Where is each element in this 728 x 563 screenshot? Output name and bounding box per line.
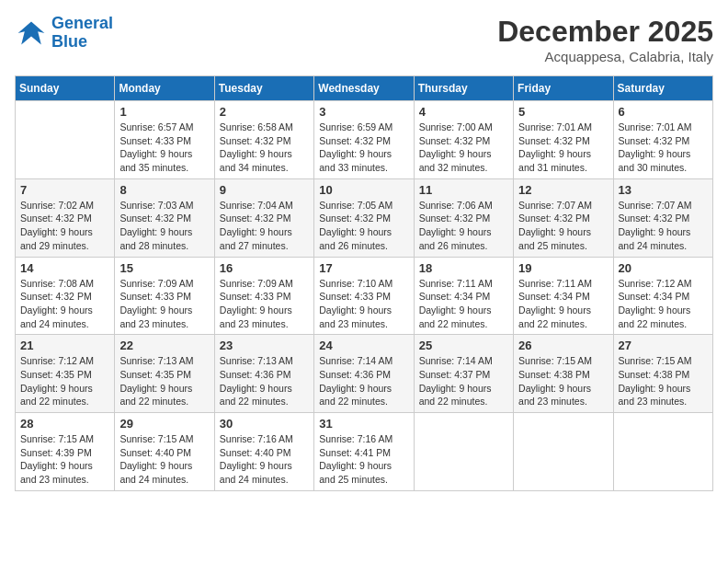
- calendar-cell: 25Sunrise: 7:14 AM Sunset: 4:37 PM Dayli…: [414, 335, 513, 413]
- location-subtitle: Acquappesa, Calabria, Italy: [497, 49, 713, 64]
- calendar-cell: [514, 413, 613, 491]
- day-number: 21: [20, 339, 109, 352]
- calendar-cell: 23Sunrise: 7:13 AM Sunset: 4:36 PM Dayli…: [214, 335, 313, 413]
- calendar-cell: 3Sunrise: 6:59 AM Sunset: 4:32 PM Daylig…: [314, 101, 414, 179]
- day-number: 3: [319, 105, 408, 119]
- day-info: Sunrise: 7:07 AM Sunset: 4:32 PM Dayligh…: [518, 199, 608, 253]
- day-number: 6: [619, 105, 708, 119]
- calendar-cell: 22Sunrise: 7:13 AM Sunset: 4:35 PM Dayli…: [115, 335, 214, 413]
- day-number: 11: [419, 183, 508, 197]
- day-info: Sunrise: 7:01 AM Sunset: 4:32 PM Dayligh…: [518, 121, 608, 175]
- day-number: 4: [419, 105, 508, 119]
- calendar-cell: 19Sunrise: 7:11 AM Sunset: 4:34 PM Dayli…: [514, 257, 613, 335]
- day-info: Sunrise: 7:09 AM Sunset: 4:33 PM Dayligh…: [119, 277, 209, 331]
- weekday-header-tuesday: Tuesday: [214, 76, 313, 101]
- calendar-cell: 9Sunrise: 7:04 AM Sunset: 4:32 PM Daylig…: [214, 178, 313, 257]
- day-number: 12: [518, 183, 608, 197]
- calendar-cell: 15Sunrise: 7:09 AM Sunset: 4:33 PM Dayli…: [115, 257, 214, 335]
- page-header: General Blue December 2025 Acquappesa, C…: [15, 15, 713, 64]
- calendar-cell: 21Sunrise: 7:12 AM Sunset: 4:35 PM Dayli…: [16, 335, 115, 413]
- day-info: Sunrise: 7:06 AM Sunset: 4:32 PM Dayligh…: [419, 199, 508, 253]
- calendar-table: SundayMondayTuesdayWednesdayThursdayFrid…: [15, 75, 713, 491]
- day-info: Sunrise: 7:11 AM Sunset: 4:34 PM Dayligh…: [419, 277, 508, 331]
- day-info: Sunrise: 7:13 AM Sunset: 4:35 PM Dayligh…: [119, 354, 209, 408]
- weekday-header-thursday: Thursday: [414, 76, 513, 101]
- calendar-cell: 14Sunrise: 7:08 AM Sunset: 4:32 PM Dayli…: [16, 257, 115, 335]
- calendar-cell: [414, 413, 513, 491]
- day-number: 1: [119, 105, 209, 119]
- weekday-header-friday: Friday: [514, 76, 613, 101]
- calendar-cell: 17Sunrise: 7:10 AM Sunset: 4:33 PM Dayli…: [314, 257, 414, 335]
- day-info: Sunrise: 7:16 AM Sunset: 4:40 PM Dayligh…: [220, 432, 309, 487]
- day-info: Sunrise: 7:11 AM Sunset: 4:34 PM Dayligh…: [518, 277, 608, 331]
- day-number: 15: [119, 261, 209, 275]
- day-info: Sunrise: 7:02 AM Sunset: 4:32 PM Dayligh…: [20, 199, 109, 253]
- logo: General Blue: [15, 15, 113, 52]
- title-block: December 2025 Acquappesa, Calabria, Ital…: [497, 15, 713, 64]
- day-number: 8: [119, 183, 209, 197]
- weekday-header-sunday: Sunday: [16, 76, 115, 101]
- logo-line1: General: [51, 14, 113, 32]
- calendar-cell: 20Sunrise: 7:12 AM Sunset: 4:34 PM Dayli…: [613, 257, 712, 335]
- calendar-cell: 8Sunrise: 7:03 AM Sunset: 4:32 PM Daylig…: [115, 178, 214, 257]
- day-info: Sunrise: 7:15 AM Sunset: 4:38 PM Dayligh…: [619, 354, 708, 408]
- day-number: 28: [20, 417, 109, 431]
- day-info: Sunrise: 7:04 AM Sunset: 4:32 PM Dayligh…: [220, 199, 309, 253]
- svg-marker-0: [18, 21, 45, 44]
- day-number: 25: [419, 339, 508, 352]
- month-title: December 2025: [497, 15, 713, 49]
- calendar-cell: [613, 413, 712, 491]
- calendar-cell: 27Sunrise: 7:15 AM Sunset: 4:38 PM Dayli…: [613, 335, 712, 413]
- day-info: Sunrise: 7:15 AM Sunset: 4:38 PM Dayligh…: [518, 354, 608, 408]
- calendar-cell: 18Sunrise: 7:11 AM Sunset: 4:34 PM Dayli…: [414, 257, 513, 335]
- day-info: Sunrise: 7:05 AM Sunset: 4:32 PM Dayligh…: [319, 199, 408, 253]
- day-number: 30: [220, 417, 309, 431]
- calendar-cell: 2Sunrise: 6:58 AM Sunset: 4:32 PM Daylig…: [214, 101, 313, 179]
- calendar-cell: 30Sunrise: 7:16 AM Sunset: 4:40 PM Dayli…: [214, 413, 313, 491]
- day-number: 17: [319, 261, 408, 275]
- day-number: 29: [119, 417, 209, 431]
- calendar-cell: 5Sunrise: 7:01 AM Sunset: 4:32 PM Daylig…: [514, 101, 613, 179]
- day-info: Sunrise: 7:14 AM Sunset: 4:37 PM Dayligh…: [419, 354, 508, 408]
- day-info: Sunrise: 7:07 AM Sunset: 4:32 PM Dayligh…: [619, 199, 708, 253]
- day-info: Sunrise: 7:10 AM Sunset: 4:33 PM Dayligh…: [319, 277, 408, 331]
- calendar-cell: 1Sunrise: 6:57 AM Sunset: 4:33 PM Daylig…: [115, 101, 214, 179]
- calendar-cell: 11Sunrise: 7:06 AM Sunset: 4:32 PM Dayli…: [414, 178, 513, 257]
- weekday-header-saturday: Saturday: [613, 76, 712, 101]
- day-info: Sunrise: 7:16 AM Sunset: 4:41 PM Dayligh…: [319, 432, 408, 487]
- calendar-cell: 16Sunrise: 7:09 AM Sunset: 4:33 PM Dayli…: [214, 257, 313, 335]
- calendar-cell: [16, 101, 115, 179]
- day-info: Sunrise: 7:12 AM Sunset: 4:35 PM Dayligh…: [20, 354, 109, 408]
- day-number: 20: [619, 261, 708, 275]
- day-number: 16: [220, 261, 309, 275]
- day-info: Sunrise: 7:14 AM Sunset: 4:36 PM Dayligh…: [319, 354, 408, 408]
- day-number: 27: [619, 339, 708, 352]
- day-number: 10: [319, 183, 408, 197]
- calendar-cell: 29Sunrise: 7:15 AM Sunset: 4:40 PM Dayli…: [115, 413, 214, 491]
- calendar-cell: 12Sunrise: 7:07 AM Sunset: 4:32 PM Dayli…: [514, 178, 613, 257]
- day-info: Sunrise: 7:13 AM Sunset: 4:36 PM Dayligh…: [220, 354, 309, 408]
- day-info: Sunrise: 7:08 AM Sunset: 4:32 PM Dayligh…: [20, 277, 109, 331]
- calendar-cell: 4Sunrise: 7:00 AM Sunset: 4:32 PM Daylig…: [414, 101, 513, 179]
- calendar-cell: 31Sunrise: 7:16 AM Sunset: 4:41 PM Dayli…: [314, 413, 414, 491]
- day-number: 24: [319, 339, 408, 352]
- day-number: 19: [518, 261, 608, 275]
- day-info: Sunrise: 7:12 AM Sunset: 4:34 PM Dayligh…: [619, 277, 708, 331]
- day-number: 2: [220, 105, 309, 119]
- calendar-cell: 10Sunrise: 7:05 AM Sunset: 4:32 PM Dayli…: [314, 178, 414, 257]
- day-info: Sunrise: 7:09 AM Sunset: 4:33 PM Dayligh…: [220, 277, 309, 331]
- day-number: 31: [319, 417, 408, 431]
- weekday-header-monday: Monday: [115, 76, 214, 101]
- day-info: Sunrise: 6:57 AM Sunset: 4:33 PM Dayligh…: [119, 121, 209, 175]
- day-number: 5: [518, 105, 608, 119]
- day-info: Sunrise: 7:01 AM Sunset: 4:32 PM Dayligh…: [619, 121, 708, 175]
- day-info: Sunrise: 7:15 AM Sunset: 4:39 PM Dayligh…: [20, 432, 109, 487]
- calendar-cell: 13Sunrise: 7:07 AM Sunset: 4:32 PM Dayli…: [613, 178, 712, 257]
- day-number: 7: [20, 183, 109, 197]
- logo-line2: Blue: [51, 32, 87, 51]
- day-number: 22: [119, 339, 209, 352]
- day-info: Sunrise: 7:15 AM Sunset: 4:40 PM Dayligh…: [119, 432, 209, 487]
- calendar-cell: 26Sunrise: 7:15 AM Sunset: 4:38 PM Dayli…: [514, 335, 613, 413]
- day-info: Sunrise: 7:03 AM Sunset: 4:32 PM Dayligh…: [119, 199, 209, 253]
- calendar-cell: 7Sunrise: 7:02 AM Sunset: 4:32 PM Daylig…: [16, 178, 115, 257]
